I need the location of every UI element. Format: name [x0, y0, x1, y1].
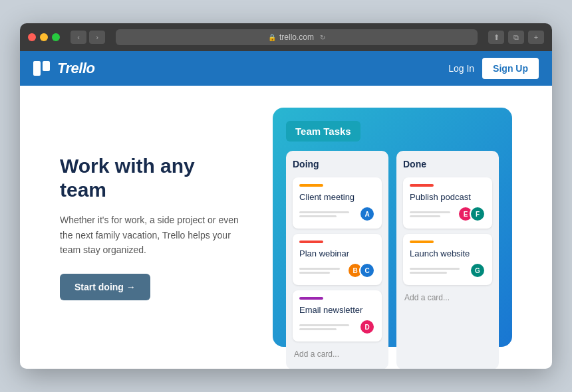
tabs-button[interactable]: ⧉ [508, 31, 524, 44]
trello-logo-icon [33, 61, 52, 76]
card-avatars: D [363, 319, 375, 335]
logo-square-right [43, 61, 50, 71]
card-line [299, 215, 337, 217]
card-lines [410, 211, 460, 217]
signup-button[interactable]: Sign Up [482, 58, 539, 79]
launch-website-card[interactable]: Launch website G [403, 234, 492, 285]
share-button[interactable]: ⬆ [488, 31, 504, 44]
card-meta: E F [410, 206, 486, 222]
card-bar [410, 184, 434, 187]
card-avatars: E F [462, 206, 486, 222]
card-title: Publish podcast [410, 192, 486, 202]
lock-icon: 🔒 [268, 34, 276, 41]
card-line [299, 211, 349, 213]
back-button[interactable]: ‹ [71, 31, 86, 44]
close-button[interactable] [28, 33, 36, 41]
card-line [410, 268, 460, 270]
email-newsletter-card[interactable]: Email newsletter D [293, 290, 382, 342]
plan-webinar-card[interactable]: Plan webinar B C [293, 234, 382, 285]
card-line [299, 324, 349, 326]
hero-section: Work with any team Whether it's for work… [20, 86, 552, 369]
avatar: C [359, 262, 375, 278]
card-avatars: G [474, 262, 486, 278]
card-bar [410, 241, 434, 243]
refresh-icon: ↻ [320, 34, 325, 41]
browser-window: ‹ › 🔒 trello.com ↻ ⬆ ⧉ + Trello Log [20, 23, 552, 369]
avatar: D [359, 319, 375, 335]
client-meeting-card[interactable]: Client meeting A [293, 177, 382, 229]
url-text: trello.com [279, 33, 314, 42]
trello-header: Trello Log In Sign Up [20, 51, 552, 86]
card-line [299, 272, 330, 274]
publish-podcast-card[interactable]: Publish podcast E F [403, 177, 492, 229]
maximize-button[interactable] [52, 33, 60, 41]
card-line [299, 328, 337, 330]
login-button[interactable]: Log In [448, 63, 474, 74]
trello-page: Trello Log In Sign Up Work with any team… [20, 51, 552, 369]
card-avatars: B C [351, 262, 375, 278]
card-meta: B C [299, 262, 375, 278]
card-meta: D [299, 319, 375, 335]
browser-actions: ⬆ ⧉ + [488, 31, 544, 44]
card-bar [299, 297, 323, 300]
address-bar[interactable]: 🔒 trello.com ↻ [116, 29, 478, 45]
avatar: F [470, 206, 486, 222]
start-doing-button[interactable]: Start doing → [60, 274, 150, 300]
header-actions: Log In Sign Up [448, 58, 539, 79]
card-title: Email newsletter [299, 305, 375, 315]
doing-column-title: Doing [293, 159, 382, 169]
add-card-doing[interactable]: Add a card... [293, 347, 382, 361]
logo-text: Trello [57, 60, 95, 77]
card-title: Launch website [410, 248, 486, 258]
add-card-done[interactable]: Add a card... [403, 290, 492, 305]
hero-description: Whether it's for work, a side project or… [60, 213, 246, 257]
card-line [410, 272, 447, 274]
done-column-title: Done [403, 159, 492, 169]
hero-content: Work with any team Whether it's for work… [60, 154, 246, 300]
browser-chrome: ‹ › 🔒 trello.com ↻ ⬆ ⧉ + [20, 23, 552, 51]
traffic-lights [28, 33, 60, 41]
card-meta: A [299, 206, 375, 222]
minimize-button[interactable] [40, 33, 48, 41]
board-columns: Doing Client meeting A [286, 151, 499, 369]
card-line [410, 215, 440, 217]
card-lines [299, 268, 350, 274]
nav-buttons: ‹ › [71, 31, 105, 44]
card-line [410, 211, 450, 213]
card-line [299, 268, 340, 270]
card-meta: G [410, 262, 486, 278]
board-title: Team Tasks [286, 121, 360, 142]
card-lines [299, 211, 362, 217]
avatar: G [470, 262, 486, 278]
hero-title: Work with any team [60, 154, 246, 202]
add-tab-button[interactable]: + [528, 31, 544, 44]
avatar: A [359, 206, 375, 222]
card-avatars: A [363, 206, 375, 222]
board-illustration: Team Tasks Doing Client meeting [273, 108, 512, 347]
card-lines [299, 324, 362, 330]
done-column: Done Publish podcast E [396, 151, 499, 369]
trello-logo: Trello [33, 60, 95, 77]
doing-column: Doing Client meeting A [286, 151, 388, 369]
card-title: Client meeting [299, 192, 375, 202]
card-bar [299, 184, 323, 187]
logo-square-left [33, 61, 41, 76]
forward-button[interactable]: › [89, 31, 105, 44]
card-bar [299, 241, 323, 243]
card-title: Plan webinar [299, 248, 375, 258]
card-lines [410, 268, 472, 274]
